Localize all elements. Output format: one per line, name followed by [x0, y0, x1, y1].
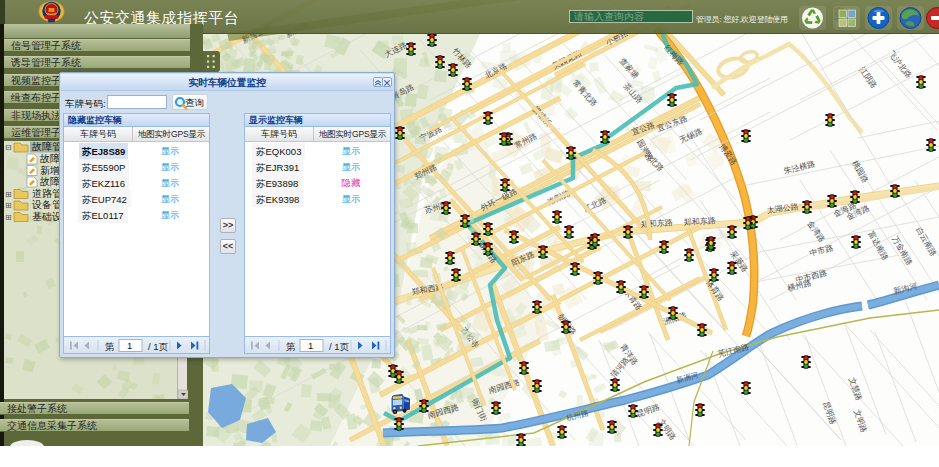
svg-text:⊟: ⊟ — [5, 143, 12, 152]
svg-text:/ 1页: / 1页 — [329, 341, 350, 352]
svg-text:第: 第 — [286, 341, 296, 352]
svg-text:⊞: ⊞ — [5, 213, 12, 222]
svg-text:/ 1页: / 1页 — [148, 341, 169, 352]
svg-text:第: 第 — [105, 341, 115, 352]
svg-text:1: 1 — [308, 340, 313, 351]
svg-text:⊞: ⊞ — [5, 190, 12, 199]
svg-text:1: 1 — [127, 340, 132, 351]
svg-text:⊞: ⊞ — [5, 201, 12, 210]
